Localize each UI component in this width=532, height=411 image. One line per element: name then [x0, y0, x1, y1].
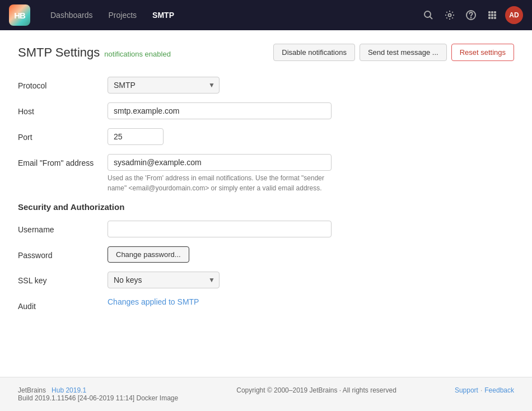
footer-center: Copyright © 2000–2019 JetBrains · All ri… [236, 386, 396, 394]
username-control [108, 221, 332, 237]
navbar-actions: AD [420, 6, 523, 24]
email-from-hint: Used as the 'From' address in email noti… [108, 173, 332, 193]
navbar-links: Dashboards Projects SMTP [44, 7, 420, 23]
svg-rect-11 [488, 17, 491, 19]
protocol-select-wrapper: SMTP SMTPS STARTTLS ▼ [108, 77, 220, 94]
page-title-area: SMTP Settings notifications enabled [18, 45, 171, 60]
footer-company-name: JetBrains [18, 386, 46, 394]
footer-left: JetBrains Hub 2019.1 Build 2019.1.11546 … [18, 386, 178, 402]
search-button[interactable] [420, 7, 437, 24]
protocol-control: SMTP SMTPS STARTTLS ▼ [108, 77, 332, 94]
svg-rect-5 [488, 11, 491, 13]
svg-rect-7 [494, 11, 496, 13]
username-row: Username [18, 221, 514, 237]
username-input[interactable] [108, 221, 332, 237]
svg-point-0 [424, 11, 431, 17]
host-control [108, 102, 332, 119]
svg-rect-8 [488, 14, 491, 16]
svg-point-2 [449, 14, 451, 17]
audit-label: Audit [18, 297, 108, 311]
ssl-key-select[interactable]: No keys [108, 272, 220, 288]
page-title: SMTP Settings [18, 45, 100, 60]
notifications-badge: notifications enabled [104, 50, 171, 58]
ssl-key-select-wrapper: No keys ▼ [108, 272, 220, 288]
ssl-key-control: No keys ▼ [108, 272, 332, 288]
footer-product-link[interactable]: Hub 2019.1 [52, 386, 86, 394]
main-content: SMTP Settings notifications enabled Disa… [0, 30, 532, 377]
username-label: Username [18, 221, 108, 234]
port-row: Port [18, 128, 514, 145]
footer-build: Build 2019.1.11546 [24-06-2019 11:14] Do… [18, 394, 178, 402]
ssl-key-label: SSL key [18, 272, 108, 285]
support-link[interactable]: Support [455, 386, 478, 394]
email-from-label: Email "From" address [18, 154, 108, 167]
svg-rect-6 [491, 11, 493, 13]
page-header: SMTP Settings notifications enabled Disa… [18, 44, 514, 61]
nav-smtp[interactable]: SMTP [146, 7, 181, 23]
feedback-link[interactable]: Feedback [484, 386, 514, 394]
footer-right: Support · Feedback [455, 386, 514, 394]
port-control [108, 128, 332, 145]
svg-line-1 [430, 17, 433, 20]
search-icon [423, 10, 433, 20]
svg-point-4 [471, 17, 472, 18]
disable-notifications-button[interactable]: Disable notifications [273, 44, 355, 61]
change-password-button[interactable]: Change password... [108, 246, 189, 263]
apps-icon [487, 10, 497, 20]
audit-control: Changes applied to SMTP [108, 297, 332, 306]
audit-link[interactable]: Changes applied to SMTP [108, 297, 199, 306]
audit-row: Audit Changes applied to SMTP [18, 297, 514, 311]
protocol-row: Protocol SMTP SMTPS STARTTLS ▼ [18, 77, 514, 94]
nav-dashboards[interactable]: Dashboards [44, 7, 100, 23]
gear-icon [445, 10, 455, 20]
password-label: Password [18, 246, 108, 260]
footer: JetBrains Hub 2019.1 Build 2019.1.11546 … [0, 377, 532, 411]
password-control: Change password... [108, 246, 332, 263]
settings-button[interactable] [441, 7, 458, 24]
help-icon [466, 10, 476, 20]
password-row: Password Change password... [18, 246, 514, 263]
ssl-key-row: SSL key No keys ▼ [18, 272, 514, 288]
svg-rect-12 [491, 17, 493, 19]
port-label: Port [18, 128, 108, 142]
email-from-row: Email "From" address Used as the 'From' … [18, 154, 514, 193]
port-input[interactable] [108, 128, 164, 145]
user-avatar[interactable]: AD [505, 6, 523, 24]
footer-separator: · [480, 386, 482, 394]
protocol-select[interactable]: SMTP SMTPS STARTTLS [108, 77, 220, 94]
send-test-message-button[interactable]: Send test message ... [360, 44, 447, 61]
email-from-input[interactable] [108, 154, 332, 171]
apps-button[interactable] [484, 7, 501, 24]
header-actions: Disable notifications Send test message … [273, 44, 514, 61]
svg-rect-10 [494, 14, 496, 16]
host-input[interactable] [108, 102, 332, 119]
reset-settings-button[interactable]: Reset settings [451, 44, 514, 61]
security-section-header: Security and Authorization [18, 202, 514, 212]
navbar: HB Dashboards Projects SMTP [0, 0, 532, 30]
host-label: Host [18, 102, 108, 116]
footer-company: JetBrains Hub 2019.1 [18, 386, 178, 394]
logo[interactable]: HB [9, 4, 30, 26]
svg-rect-13 [494, 17, 496, 19]
help-button[interactable] [463, 7, 479, 24]
protocol-label: Protocol [18, 77, 108, 90]
footer-copyright: Copyright © 2000–2019 JetBrains · All ri… [236, 386, 396, 394]
nav-projects[interactable]: Projects [102, 7, 144, 23]
smtp-form: Protocol SMTP SMTPS STARTTLS ▼ Host [18, 77, 514, 311]
svg-rect-9 [491, 14, 493, 16]
email-from-control: Used as the 'From' address in email noti… [108, 154, 332, 193]
host-row: Host [18, 102, 514, 119]
logo-box: HB [9, 4, 30, 26]
